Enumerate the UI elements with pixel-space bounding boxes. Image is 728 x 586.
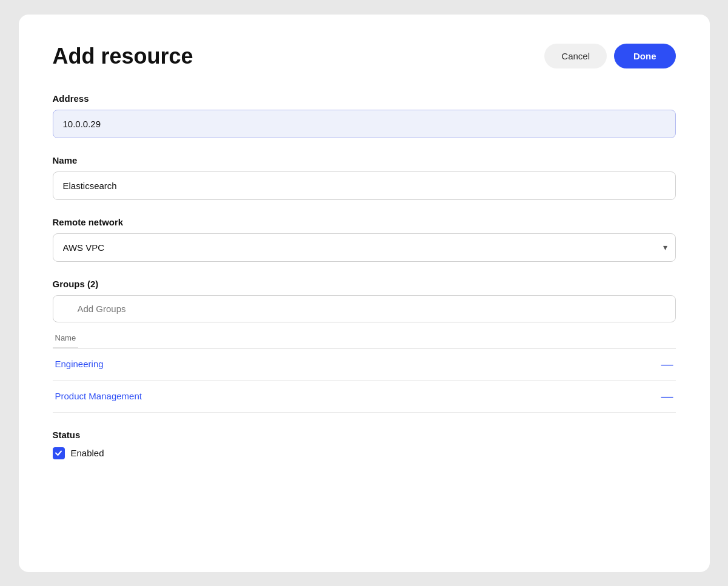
remote-network-label: Remote network <box>53 217 676 227</box>
groups-search-wrapper <box>53 295 676 322</box>
enabled-label: Enabled <box>71 448 104 458</box>
name-section: Name <box>53 155 676 200</box>
status-checkbox-row: Enabled <box>53 447 676 459</box>
groups-search-input[interactable] <box>53 295 676 322</box>
cancel-button[interactable]: Cancel <box>544 44 607 68</box>
page-title: Add resource <box>53 44 193 69</box>
address-input[interactable] <box>53 110 676 138</box>
groups-label: Groups (2) <box>53 279 676 289</box>
name-input[interactable] <box>53 171 676 200</box>
remote-network-section: Remote network AWS VPC Azure VNet GCP VP… <box>53 217 676 262</box>
address-section: Address <box>53 93 676 138</box>
done-button[interactable]: Done <box>614 44 676 68</box>
group-row-engineering: Engineering — <box>53 348 676 381</box>
remove-engineering-button[interactable]: — <box>661 358 673 370</box>
status-section: Status Enabled <box>53 430 676 459</box>
remove-product-management-button[interactable]: — <box>661 390 673 402</box>
enabled-checkbox[interactable] <box>53 447 65 459</box>
group-name-engineering: Engineering <box>55 359 104 369</box>
name-label: Name <box>53 155 676 165</box>
group-name-product-management: Product Management <box>55 391 142 401</box>
add-resource-modal: Add resource Cancel Done Address Name Re… <box>19 15 710 572</box>
checkmark-icon <box>55 449 62 457</box>
remote-network-select-wrapper: AWS VPC Azure VNet GCP VPC ▾ <box>53 233 676 262</box>
groups-section: Groups (2) Name Engineering — Product Ma… <box>53 279 676 413</box>
group-row-product-management: Product Management — <box>53 381 676 413</box>
modal-header: Add resource Cancel Done <box>53 44 676 69</box>
groups-table-header-row: Name <box>53 332 676 348</box>
groups-column-header: Name <box>53 328 79 348</box>
address-label: Address <box>53 93 676 104</box>
header-actions: Cancel Done <box>544 44 675 68</box>
status-label: Status <box>53 430 676 440</box>
groups-list: Name Engineering — Product Management — <box>53 332 676 413</box>
remote-network-select[interactable]: AWS VPC Azure VNet GCP VPC <box>53 233 676 262</box>
